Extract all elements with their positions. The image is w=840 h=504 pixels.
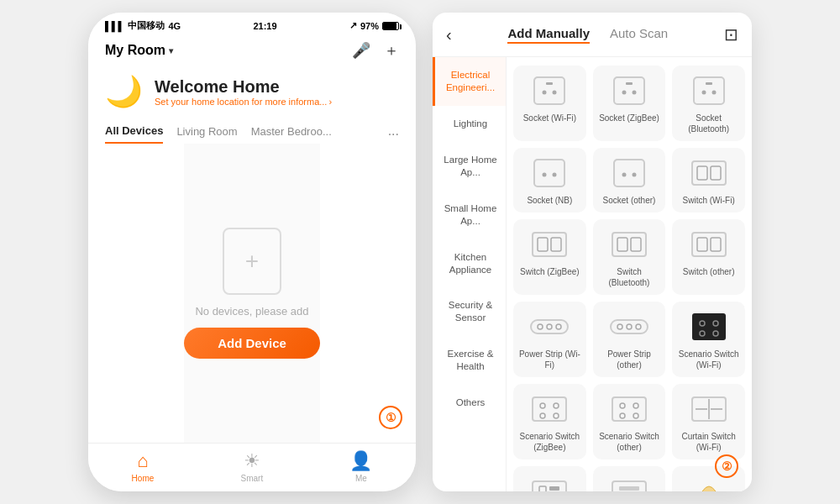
empty-icon	[223, 228, 281, 295]
device-card-socket-nb[interactable]: Socket (NB)	[513, 148, 586, 213]
svg-point-16	[622, 173, 626, 177]
scan-icon[interactable]: ⊡	[724, 24, 738, 45]
welcome-subtitle: Set your home location for more informa.…	[155, 97, 327, 107]
powerstrip-other-label: Power Strip (other)	[596, 349, 663, 370]
device-card-scenario-other[interactable]: Scenario Switch (other)	[593, 384, 666, 459]
welcome-title: Welcome Home	[155, 77, 332, 97]
socket-nb-icon	[528, 156, 571, 190]
scenario-wifi-label: Scenario Switch (Wi-Fi)	[675, 349, 742, 370]
device-card-powerstrip-other[interactable]: Power Strip (other)	[593, 302, 666, 377]
scenario-zigbee-label: Scenario Switch (ZigBee)	[517, 431, 583, 453]
device-card-scenario-wifi[interactable]: Scenario Switch (Wi-Fi)	[672, 302, 745, 377]
svg-rect-12	[534, 160, 564, 186]
panel-tabs: Add Manually Auto Scan	[459, 26, 717, 44]
sidebar-item-electrical[interactable]: Electrical Engineeri...	[433, 57, 506, 106]
sidebar-item-large-home[interactable]: Large Home Ap...	[433, 142, 506, 191]
device-card-powerstrip-wifi[interactable]: Power Strip (Wi-Fi)	[513, 302, 586, 377]
phone-header: My Room ▾ 🎤 ＋	[88, 35, 416, 66]
svg-point-9	[701, 91, 706, 95]
switch-zigbee-label: Switch (ZigBee)	[520, 266, 580, 277]
sidebar-item-lighting[interactable]: Lighting	[433, 106, 506, 142]
device-16-icon	[528, 475, 571, 491]
scenario-wifi-icon	[687, 310, 731, 344]
sidebar-label-electrical: Electrical Engineeri...	[446, 70, 495, 92]
signal-icon: ▌▌▌	[105, 21, 124, 31]
status-bar: ▌▌▌ 中国移动 4G 21:19 ↗ 97%	[88, 13, 416, 35]
welcome-section: 🌙 Welcome Home Set your home location fo…	[88, 66, 416, 118]
time-label: 21:19	[253, 21, 276, 31]
tab-all-devices[interactable]: All Devices	[105, 124, 163, 144]
svg-rect-0	[534, 77, 564, 104]
step-1-indicator: ①	[379, 406, 402, 429]
powerstrip-other-icon	[607, 310, 651, 344]
powerstrip-wifi-label: Power Strip (Wi-Fi)	[517, 349, 583, 370]
svg-point-5	[622, 91, 626, 95]
switch-bluetooth-icon	[607, 228, 651, 261]
svg-rect-59	[549, 486, 559, 491]
svg-rect-30	[531, 320, 568, 333]
add-device-panel: ‹ Add Manually Auto Scan ⊡ Electrical En…	[433, 13, 752, 491]
add-button[interactable]: ＋	[384, 40, 399, 60]
svg-rect-11	[706, 82, 712, 85]
nav-home[interactable]: ⌂ Home	[132, 450, 155, 483]
svg-rect-38	[692, 313, 726, 340]
device-card-socket-bluetooth[interactable]: Socket (Bluetooth)	[672, 66, 745, 141]
device-card-17[interactable]: Device 17	[593, 466, 666, 491]
tab-add-manually[interactable]: Add Manually	[507, 26, 590, 44]
device-card-switch-zigbee[interactable]: Switch (ZigBee)	[513, 219, 586, 295]
device-card-socket-other[interactable]: Socket (other)	[593, 148, 666, 213]
sidebar-item-small-home[interactable]: Small Home Ap...	[433, 191, 506, 239]
nav-me-label: Me	[355, 474, 367, 483]
tab-auto-scan[interactable]: Auto Scan	[610, 26, 668, 44]
svg-rect-34	[611, 320, 648, 333]
device-card-switch-wifi[interactable]: Switch (Wi-Fi)	[672, 148, 745, 213]
switch-wifi-icon	[687, 156, 731, 190]
tab-master-bedroom[interactable]: Master Bedroo...	[251, 125, 332, 143]
powerstrip-wifi-icon	[528, 310, 571, 344]
device-card-socket-zigbee[interactable]: Socket (ZigBee)	[593, 66, 666, 141]
switch-bluetooth-label: Switch (Bluetooth)	[596, 266, 663, 288]
network-label: 4G	[168, 21, 181, 31]
room-selector[interactable]: My Room ▾	[105, 43, 173, 58]
device-card-switch-other[interactable]: Switch (other)	[672, 219, 745, 295]
nav-smart[interactable]: ☀ Smart	[240, 450, 263, 483]
sidebar-item-security[interactable]: Security & Sensor	[433, 287, 506, 336]
panel-body: Electrical Engineeri... Lighting Large H…	[433, 57, 752, 491]
scenario-zigbee-icon	[528, 392, 571, 426]
tab-living-room[interactable]: Living Room	[176, 125, 237, 143]
sidebar-item-kitchen[interactable]: Kitchen Appliance	[433, 239, 506, 288]
add-device-button[interactable]: Add Device	[184, 328, 320, 359]
device-card-socket-wifi[interactable]: Socket (Wi-Fi)	[513, 66, 586, 141]
mic-button[interactable]: 🎤	[352, 40, 370, 60]
bottom-navigation: ⌂ Home ☀ Smart 👤 Me	[88, 443, 416, 491]
back-button[interactable]: ‹	[446, 25, 452, 45]
device-card-switch-bluetooth[interactable]: Switch (Bluetooth)	[593, 219, 666, 295]
svg-rect-61	[619, 486, 639, 491]
device-card-scenario-zigbee[interactable]: Scenario Switch (ZigBee)	[513, 384, 586, 459]
svg-rect-48	[612, 397, 646, 421]
home-icon: ⌂	[137, 450, 148, 472]
scenario-other-label: Scenario Switch (other)	[596, 431, 663, 453]
panel-header: ‹ Add Manually Auto Scan ⊡	[433, 13, 752, 57]
device-card-curtain-wifi[interactable]: Curtain Switch (Wi-Fi)	[672, 384, 745, 459]
battery-label: 97%	[360, 21, 379, 31]
room-label: My Room	[105, 43, 165, 58]
more-tabs-icon[interactable]: ···	[388, 127, 399, 142]
device-card-16[interactable]: Device 16	[513, 466, 586, 491]
sidebar-label-lighting: Lighting	[454, 118, 487, 129]
svg-point-10	[711, 91, 716, 95]
empty-message: No devices, please add	[195, 305, 308, 318]
svg-rect-4	[614, 77, 644, 104]
svg-point-17	[632, 173, 636, 177]
nav-me[interactable]: 👤 Me	[349, 450, 372, 483]
device-tabs: All Devices Living Room Master Bedroo...…	[88, 118, 416, 144]
svg-rect-43	[533, 397, 566, 421]
sidebar-item-exercise[interactable]: Exercise & Health	[433, 336, 506, 385]
sidebar-label-kitchen: Kitchen Appliance	[449, 252, 492, 275]
sidebar-label-exercise: Exercise & Health	[448, 349, 494, 371]
header-icons: 🎤 ＋	[352, 40, 399, 60]
svg-rect-3	[546, 82, 553, 85]
sidebar-item-others[interactable]: Others	[433, 385, 506, 421]
gps-icon: ↗	[349, 20, 357, 31]
switch-zigbee-icon	[528, 228, 571, 261]
